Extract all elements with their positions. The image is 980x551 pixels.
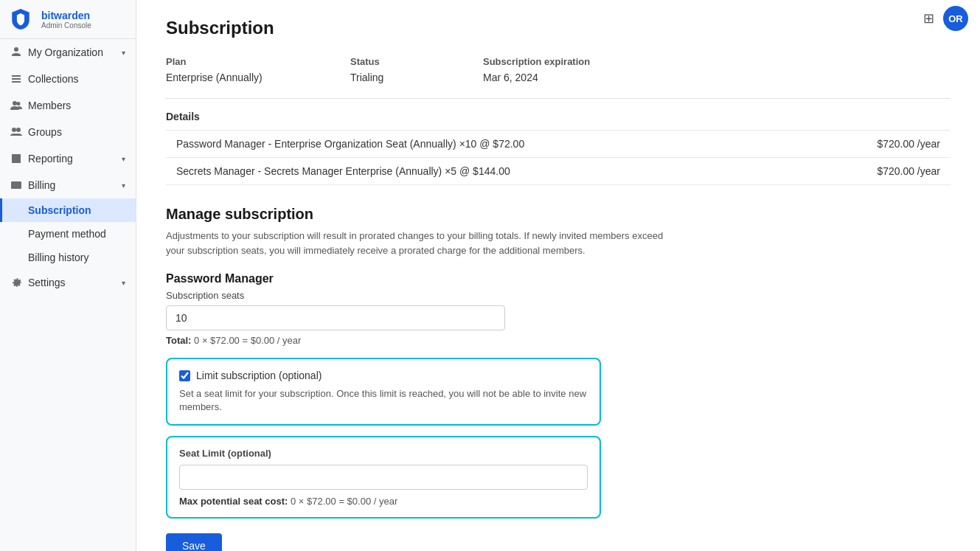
sidebar-item-settings[interactable]: Settings ▾ [0, 269, 136, 296]
sidebar-item-reporting[interactable]: Reporting ▾ [0, 145, 136, 172]
limit-subscription-box: Limit subscription (optional) Set a seat… [166, 358, 601, 426]
plan-col: Plan Enterprise (Annually) [166, 56, 350, 83]
chevron-down-icon: ▾ [122, 49, 125, 57]
sidebar-item-members[interactable]: Members [0, 92, 136, 119]
table-row: Password Manager - Enterprise Organizati… [166, 130, 951, 157]
topbar: ⊞ OR [911, 0, 980, 37]
sidebar-label-subscription: Subscription [28, 204, 91, 216]
sidebar-item-subscription[interactable]: Subscription [0, 198, 136, 222]
sidebar-item-billing-history[interactable]: Billing history [0, 246, 136, 269]
detail-name-1: Password Manager - Enterprise Organizati… [176, 138, 524, 150]
grid-icon[interactable]: ⊞ [923, 10, 934, 27]
page-title: Subscription [166, 18, 951, 38]
max-potential-calc: 0 × $72.00 = $0.00 / year [291, 496, 397, 507]
plan-label: Plan [166, 56, 350, 67]
limit-subscription-label: Limit subscription (optional) [196, 370, 322, 381]
sidebar-label-billing-history: Billing history [28, 252, 88, 263]
reporting-icon [10, 153, 22, 164]
chevron-settings-icon: ▾ [122, 279, 125, 287]
password-manager-title: Password Manager [166, 272, 951, 285]
sidebar-item-groups[interactable]: Groups [0, 119, 136, 145]
sidebar-label-payment-method: Payment method [28, 228, 106, 240]
divider-1 [166, 98, 951, 99]
logo-brand: bitwarden [41, 10, 91, 21]
limit-subscription-hint: Set a seat limit for your subscription. … [179, 387, 588, 414]
expiration-col: Subscription expiration Mar 6, 2024 [483, 56, 951, 83]
max-cost-text: Max potential seat cost: 0 × $72.00 = $0… [179, 496, 588, 507]
detail-name-2: Secrets Manager - Secrets Manager Enterp… [176, 165, 510, 177]
limit-subscription-row: Limit subscription (optional) [179, 370, 588, 381]
detail-rows: Password Manager - Enterprise Organizati… [166, 130, 951, 185]
status-value: Trialing [350, 72, 483, 83]
groups-icon [10, 126, 22, 138]
svg-rect-2 [11, 181, 21, 189]
logo-text: bitwarden Admin Console [41, 10, 91, 30]
settings-icon [10, 277, 22, 288]
manage-section-desc: Adjustments to your subscription will re… [166, 229, 682, 257]
chevron-down-billing-icon: ▾ [122, 181, 125, 190]
chevron-right-icon: ▾ [122, 155, 125, 163]
expiration-value: Mar 6, 2024 [483, 72, 951, 83]
sidebar-label-groups: Groups [28, 126, 62, 138]
sidebar-item-payment-method[interactable]: Payment method [0, 222, 136, 246]
svg-point-0 [12, 128, 16, 132]
sidebar-label-members: Members [28, 100, 71, 111]
main-content: Subscription Plan Enterprise (Annually) … [136, 0, 980, 551]
details-label: Details [166, 111, 951, 122]
subscription-seats-label: Subscription seats [166, 290, 951, 301]
plan-info-grid: Plan Enterprise (Annually) Status Triali… [166, 56, 951, 83]
total-calc: 0 × $72.00 = $0.00 / year [194, 335, 301, 346]
subscription-seats-input[interactable] [166, 305, 505, 330]
sidebar-label-reporting: Reporting [28, 153, 73, 164]
table-row: Secrets Manager - Secrets Manager Enterp… [166, 157, 951, 185]
sidebar-label-billing: Billing [28, 179, 55, 191]
sidebar: bitwarden Admin Console My Organization … [0, 0, 136, 551]
logo-sub: Admin Console [41, 21, 91, 30]
bitwarden-logo-icon [10, 9, 31, 30]
sidebar-item-collections[interactable]: Collections [0, 66, 136, 92]
billing-icon [10, 179, 22, 191]
avatar[interactable]: OR [943, 6, 968, 31]
status-col: Status Trialing [350, 56, 483, 83]
detail-price-1: $720.00 /year [877, 138, 940, 150]
sidebar-label-collections: Collections [28, 73, 78, 85]
save-button[interactable]: Save [166, 533, 222, 551]
members-icon [10, 100, 22, 111]
total-text: Total: 0 × $72.00 = $0.00 / year [166, 335, 951, 346]
limit-subscription-checkbox[interactable] [179, 370, 190, 381]
seat-limit-box: Seat Limit (optional) Max potential seat… [166, 436, 601, 519]
organization-icon [10, 46, 22, 58]
manage-section-title: Manage subscription [166, 206, 951, 223]
max-potential-label: Max potential seat cost: [179, 496, 288, 507]
seat-limit-label: Seat Limit (optional) [179, 448, 588, 459]
detail-price-2: $720.00 /year [877, 165, 940, 177]
sidebar-label-settings: Settings [28, 277, 66, 288]
sidebar-logo: bitwarden Admin Console [0, 0, 136, 39]
collections-icon [10, 73, 22, 85]
sidebar-item-billing[interactable]: Billing ▾ [0, 172, 136, 198]
status-label: Status [350, 56, 483, 67]
expiration-label: Subscription expiration [483, 56, 951, 67]
sidebar-label-my-organization: My Organization [28, 46, 103, 58]
plan-value: Enterprise (Annually) [166, 72, 350, 83]
sidebar-item-my-organization[interactable]: My Organization ▾ [0, 39, 136, 66]
total-label: Total: [166, 335, 191, 346]
svg-point-1 [16, 128, 21, 132]
seat-limit-input[interactable] [179, 465, 588, 490]
